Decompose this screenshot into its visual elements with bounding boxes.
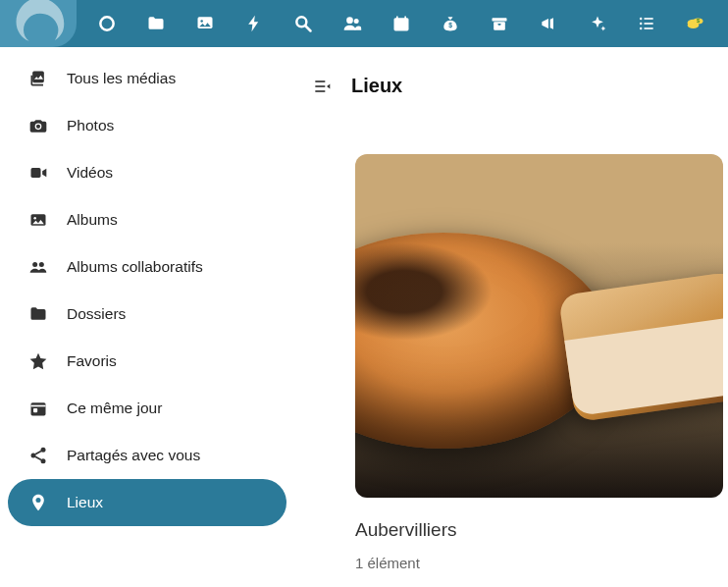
sidebar-item-same-day[interactable]: Ce même jour bbox=[8, 385, 286, 432]
coins-icon[interactable]: $ bbox=[685, 13, 706, 34]
sidebar-item-label: Photos bbox=[67, 117, 114, 134]
money-bag-icon[interactable]: $ bbox=[440, 13, 461, 34]
sidebar-item-albums[interactable]: Albums bbox=[8, 196, 286, 243]
sidebar-item-videos[interactable]: Vidéos bbox=[8, 149, 286, 196]
folder-icon bbox=[27, 303, 49, 325]
image-frame-icon bbox=[27, 209, 49, 231]
bolt-icon[interactable] bbox=[243, 13, 265, 34]
svg-point-19 bbox=[640, 27, 643, 30]
sidebar-item-label: Lieux bbox=[67, 494, 103, 511]
collapse-sidebar-icon[interactable] bbox=[312, 77, 332, 96]
svg-point-17 bbox=[640, 23, 643, 26]
archive-icon[interactable] bbox=[489, 13, 510, 34]
svg-point-6 bbox=[354, 19, 359, 24]
svg-line-40 bbox=[35, 456, 41, 459]
place-name: Aubervilliers bbox=[355, 519, 723, 541]
camera-icon bbox=[27, 115, 49, 136]
place-thumbnail bbox=[355, 154, 723, 498]
sidebar-item-shared[interactable]: Partagés avec vous bbox=[8, 432, 286, 479]
video-icon bbox=[27, 162, 49, 184]
sidebar-item-label: Favoris bbox=[67, 352, 117, 370]
sidebar-item-label: Vidéos bbox=[67, 164, 113, 182]
topbar-icons: $ $ bbox=[77, 13, 706, 34]
sidebar-item-label: Albums bbox=[67, 211, 118, 229]
sidebar-item-favorites[interactable]: Favoris bbox=[8, 338, 286, 385]
svg-point-38 bbox=[41, 458, 46, 463]
svg-rect-13 bbox=[494, 22, 505, 29]
sparkle-icon[interactable] bbox=[587, 13, 608, 34]
list-icon[interactable] bbox=[636, 13, 657, 34]
svg-rect-25 bbox=[32, 72, 44, 83]
layout: Tous les médias Photos Vidéos Albums Alb… bbox=[0, 47, 728, 587]
group-icon bbox=[27, 256, 49, 278]
svg-rect-33 bbox=[31, 402, 46, 415]
svg-text:$: $ bbox=[448, 22, 452, 29]
sidebar-item-all-media[interactable]: Tous les médias bbox=[8, 55, 286, 102]
svg-point-30 bbox=[33, 217, 36, 220]
calendar-icon[interactable] bbox=[390, 13, 412, 34]
svg-rect-12 bbox=[493, 18, 507, 21]
svg-point-0 bbox=[100, 17, 113, 29]
svg-point-15 bbox=[640, 18, 643, 21]
share-icon bbox=[27, 445, 49, 466]
sidebar-item-folders[interactable]: Dossiers bbox=[8, 291, 286, 338]
image-stack-icon bbox=[27, 68, 49, 89]
svg-point-31 bbox=[32, 262, 37, 267]
svg-rect-35 bbox=[33, 408, 37, 412]
location-icon bbox=[27, 492, 49, 513]
logo-swirl-icon bbox=[9, 0, 68, 47]
main-header: Lieux bbox=[294, 75, 728, 97]
svg-point-36 bbox=[41, 448, 46, 453]
megaphone-icon[interactable] bbox=[538, 13, 559, 34]
svg-point-32 bbox=[39, 262, 44, 267]
svg-rect-14 bbox=[497, 24, 500, 26]
place-count: 1 élément bbox=[355, 555, 723, 571]
sidebar: Tous les médias Photos Vidéos Albums Alb… bbox=[0, 47, 294, 587]
sidebar-item-photos[interactable]: Photos bbox=[8, 102, 286, 149]
star-icon bbox=[27, 350, 49, 372]
svg-line-4 bbox=[306, 27, 311, 31]
image-icon[interactable] bbox=[194, 13, 216, 34]
svg-rect-16 bbox=[645, 18, 653, 20]
sidebar-item-places[interactable]: Lieux bbox=[8, 479, 286, 526]
users-icon[interactable] bbox=[341, 13, 363, 34]
svg-rect-20 bbox=[645, 27, 653, 29]
sidebar-item-label: Partagés avec vous bbox=[67, 447, 200, 464]
svg-rect-28 bbox=[31, 168, 41, 178]
topbar: $ $ bbox=[0, 0, 728, 47]
svg-point-27 bbox=[36, 125, 40, 129]
sidebar-item-label: Albums collaboratifs bbox=[67, 258, 203, 276]
sidebar-item-label: Dossiers bbox=[67, 305, 126, 323]
svg-point-41 bbox=[36, 498, 41, 503]
place-card[interactable]: Aubervilliers 1 élément bbox=[355, 154, 723, 571]
app-logo[interactable] bbox=[0, 0, 77, 47]
svg-line-39 bbox=[35, 451, 41, 454]
svg-point-5 bbox=[346, 17, 353, 24]
calendar-today-icon bbox=[27, 398, 49, 419]
circle-icon[interactable] bbox=[96, 13, 118, 34]
page-title: Lieux bbox=[351, 75, 402, 97]
folder-icon[interactable] bbox=[145, 13, 167, 34]
svg-point-37 bbox=[31, 454, 36, 458]
svg-point-2 bbox=[200, 20, 203, 23]
search-icon[interactable] bbox=[292, 13, 314, 34]
sidebar-item-label: Ce même jour bbox=[67, 400, 162, 417]
sidebar-item-collab-albums[interactable]: Albums collaboratifs bbox=[8, 243, 286, 291]
sidebar-item-label: Tous les médias bbox=[67, 70, 176, 87]
svg-rect-18 bbox=[645, 23, 653, 25]
main-content: Lieux Aubervilliers 1 élément bbox=[294, 47, 728, 587]
